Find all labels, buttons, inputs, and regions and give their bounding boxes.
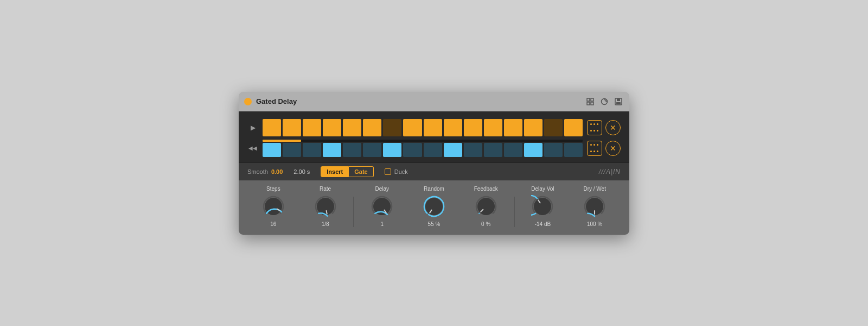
seq-cell-row1[interactable]	[524, 119, 542, 136]
knob-label: Steps	[266, 186, 280, 192]
title-left: Gated Delay	[244, 97, 297, 105]
svg-point-17	[477, 198, 495, 215]
knob-delay[interactable]	[369, 194, 394, 219]
seq-cell-row2[interactable]	[524, 143, 542, 157]
svg-rect-3	[591, 102, 593, 105]
seq-cell-row1[interactable]	[504, 119, 522, 136]
seq-cell-row1[interactable]	[424, 119, 442, 136]
seq-cell-row2[interactable]	[303, 143, 321, 157]
seq-cell-row2[interactable]	[343, 143, 361, 157]
seq-cell-row2[interactable]	[444, 143, 462, 157]
seq-cell-row2[interactable]	[283, 143, 301, 157]
seq-cell-row1[interactable]	[464, 119, 482, 136]
knob-rate[interactable]	[313, 194, 338, 219]
knob-value: 55 %	[428, 221, 441, 227]
seq-cell-row1[interactable]	[363, 119, 381, 136]
clear-btn-2[interactable]: ✕	[605, 141, 621, 156]
knob-value: 1/8	[322, 221, 329, 227]
seq-cell-row1[interactable]	[283, 119, 301, 136]
refresh-icon[interactable]	[599, 96, 610, 107]
seq-cell-row1[interactable]	[564, 119, 583, 136]
clear-btn-1[interactable]: ✕	[605, 120, 621, 135]
seq-cell-row2[interactable]	[564, 143, 583, 157]
knob-label: Rate	[320, 186, 331, 192]
seq-cell-row2[interactable]	[403, 143, 422, 157]
seq-progress-bar	[263, 140, 301, 142]
knob-divider	[353, 197, 354, 227]
seq-cell-row1[interactable]	[323, 119, 341, 136]
seq-progress	[263, 140, 583, 142]
knob-group-steps: Steps16	[247, 186, 299, 227]
dice-btn-1[interactable]	[587, 120, 602, 135]
seq-cell-row1[interactable]	[343, 119, 361, 136]
duck-checkbox[interactable]	[385, 168, 391, 175]
knob-divider	[514, 197, 515, 227]
seq-cell-row1[interactable]	[444, 119, 462, 136]
mode-btn-group: Insert Gate	[321, 166, 373, 177]
svg-point-15	[425, 198, 443, 215]
seq-row-2: ◀◀ ✕	[247, 140, 621, 157]
title-bar: Gated Delay	[239, 92, 629, 111]
seq-cell-row2[interactable]	[504, 143, 522, 157]
knob-value: 0 %	[481, 221, 490, 227]
play-icon[interactable]: ▶	[247, 124, 258, 131]
seq-cell-row1[interactable]	[484, 119, 502, 136]
dice-icon-1	[590, 123, 599, 132]
knob-value: -14 dB	[535, 221, 551, 227]
svg-rect-1	[591, 98, 593, 101]
svg-point-19	[534, 198, 551, 215]
svg-rect-2	[587, 102, 590, 105]
svg-rect-7	[617, 98, 620, 101]
knob-label: Dry / Wet	[583, 186, 605, 192]
knob-random[interactable]	[422, 194, 446, 219]
seq-grid-2	[263, 143, 583, 157]
knob-group-rate: Rate1/8	[299, 186, 352, 227]
seq-cell-row2[interactable]	[484, 143, 502, 157]
dice-icon-2	[590, 144, 599, 153]
insert-btn[interactable]: Insert	[321, 166, 349, 177]
save-icon[interactable]	[613, 96, 624, 107]
knob-label: Delay Vol	[531, 186, 554, 192]
knob-value: 16	[270, 221, 276, 227]
knobs-bar: Steps16Rate1/8Delay1Random55 %Feedback0 …	[239, 180, 629, 235]
smooth-section: Smooth 0.00	[247, 168, 283, 175]
knob-group-feedback: Feedback0 %	[460, 186, 512, 227]
seq-cell-row1[interactable]	[403, 119, 422, 136]
svg-rect-8	[616, 102, 621, 104]
knob-group-delay: Delay1	[356, 186, 408, 227]
knob-steps[interactable]	[261, 194, 286, 219]
seq-row-1: ▶ ✕	[247, 119, 621, 136]
rewind-icon[interactable]: ◀◀	[247, 145, 258, 151]
knob-feedback[interactable]	[474, 194, 499, 219]
knob-dry-/-wet[interactable]	[582, 194, 607, 219]
seq-cell-row1[interactable]	[303, 119, 321, 136]
gate-btn[interactable]: Gate	[349, 166, 373, 177]
seq-grid-1	[263, 119, 583, 136]
main-area: ▶ ✕ ◀◀	[239, 111, 629, 162]
sequencer-area: ▶ ✕ ◀◀	[247, 119, 621, 157]
seq-cell-row2[interactable]	[464, 143, 482, 157]
plugin-window: Gated Delay	[239, 92, 629, 235]
plugin-title: Gated Delay	[256, 97, 297, 105]
seq-cell-row1[interactable]	[263, 119, 281, 136]
title-dot	[244, 98, 252, 105]
seq-cell-row1[interactable]	[544, 119, 563, 136]
knob-group-delay-vol: Delay Vol-14 dB	[517, 186, 569, 227]
knob-label: Random	[424, 186, 444, 192]
seq-cell-row2[interactable]	[263, 143, 281, 157]
seq-cell-row1[interactable]	[383, 119, 401, 136]
resize-icon[interactable]	[585, 96, 596, 107]
seq-icons-1: ✕	[587, 120, 621, 135]
seq-cell-row2[interactable]	[544, 143, 563, 157]
brand-text: ///A|IN	[599, 168, 621, 175]
seq-icons-2: ✕	[587, 141, 621, 156]
smooth-label: Smooth	[247, 168, 268, 175]
seq-cell-row2[interactable]	[383, 143, 401, 157]
knob-label: Feedback	[474, 186, 498, 192]
seq-cell-row2[interactable]	[424, 143, 442, 157]
seq-cell-row2[interactable]	[363, 143, 381, 157]
knob-label: Delay	[375, 186, 390, 192]
seq-cell-row2[interactable]	[323, 143, 341, 157]
knob-delay-vol[interactable]	[530, 194, 555, 219]
dice-btn-2[interactable]	[587, 141, 602, 156]
